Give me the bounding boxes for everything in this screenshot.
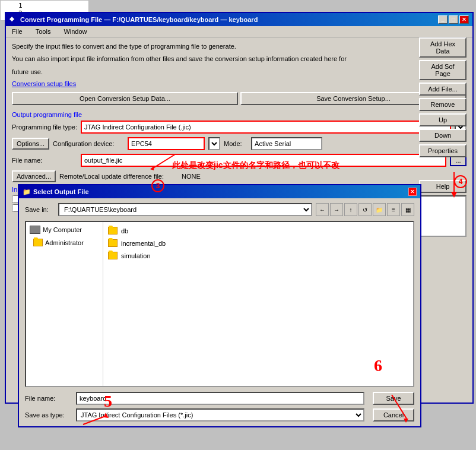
dialog-title: Select Output File: [33, 188, 89, 195]
description-line2: You can also import input file informati…: [12, 55, 467, 64]
add-file-button[interactable]: Add File...: [419, 83, 467, 96]
title-bar-left: ◆ Convert Programming File — F:/QUARTUES…: [9, 15, 258, 24]
dialog-content: Save in: F:\QUARTUES\keyboard ← → ↑ ↺ 📁 …: [19, 198, 420, 426]
file-db-label: db: [121, 227, 128, 234]
help-button[interactable]: Help: [419, 180, 467, 193]
close-button[interactable]: ✕: [459, 15, 469, 24]
new-folder-button[interactable]: 📁: [373, 203, 386, 216]
config-mode-row: Options... Configuration device: Mode:: [12, 137, 467, 150]
dialog-filename-label: File name:: [25, 395, 72, 402]
add-sof-page-button[interactable]: Add Sof Page: [419, 60, 467, 80]
up-dir-button[interactable]: ↑: [344, 203, 357, 216]
open-conversion-button[interactable]: Open Conversion Setup Data...: [12, 92, 238, 105]
refresh-button[interactable]: ↺: [358, 203, 372, 216]
dialog-action-buttons: Save: [373, 392, 414, 405]
my-computer-item[interactable]: My Computer: [28, 224, 100, 235]
administrator-item[interactable]: Administrator: [28, 237, 100, 248]
advanced-remote-row: Advanced... Remote/Local update differen…: [12, 170, 467, 182]
mode-label: Mode:: [224, 140, 247, 147]
save-in-select[interactable]: F:\QUARTUES\keyboard: [58, 203, 312, 216]
dialog-save-button[interactable]: Save: [373, 392, 414, 405]
file-item-db[interactable]: db: [107, 226, 410, 236]
dialog-filename-input[interactable]: [76, 392, 364, 405]
properties-button[interactable]: Properties: [419, 144, 467, 157]
dialog-saveastype-label: Save as type:: [25, 411, 72, 419]
forward-button[interactable]: →: [330, 203, 343, 216]
dialog-toolbar: ← → ↑ ↺ 📁 ≡ ▦: [316, 203, 414, 216]
detail-view-button[interactable]: ▦: [401, 203, 414, 216]
file-incremental-label: incremental_db: [121, 240, 166, 247]
menu-tools[interactable]: Tools: [32, 27, 55, 36]
top-button-row: Open Conversion Setup Data... Save Conve…: [12, 92, 467, 105]
config-input[interactable]: [128, 137, 205, 150]
menu-file[interactable]: File: [8, 27, 26, 36]
file-item-incremental[interactable]: incremental_db: [107, 238, 410, 248]
config-label: Configuration device:: [53, 140, 124, 147]
add-hex-data-button[interactable]: Add Hex Data: [419, 37, 467, 58]
file-browser: My Computer Administrator db incremental…: [25, 221, 414, 387]
title-controls: _ □ ✕: [438, 15, 469, 24]
save-in-label: Save in:: [25, 206, 55, 213]
dialog-title-left: 📁 Select Output File: [23, 188, 89, 196]
dialog-saveastype-row: Save as type: JTAG Indirect Configuratio…: [25, 408, 414, 422]
back-button[interactable]: ←: [316, 203, 329, 216]
output-section-label: Output programming file: [12, 111, 467, 118]
my-computer-label: My Computer: [43, 226, 82, 233]
file-name-row: File name: ...: [12, 154, 467, 167]
file-simulation-label: simulation: [121, 252, 151, 259]
programming-type-input[interactable]: [81, 121, 451, 134]
folder-icon-admin: [33, 239, 43, 246]
options-button[interactable]: Options...: [12, 138, 49, 150]
folder-icon-simulation: [108, 252, 118, 259]
list-view-button[interactable]: ≡: [387, 203, 400, 216]
app-icon: ◆: [9, 15, 18, 24]
select-output-dialog: 📁 Select Output File ✕ Save in: F:\QUART…: [18, 184, 421, 427]
right-panel: Add Hex Data Add Sof Page Add File... Re…: [419, 37, 472, 193]
dialog-filename-row: File name: Save: [25, 392, 414, 405]
folder-icon-db: [108, 227, 118, 234]
menu-window[interactable]: Window: [60, 27, 90, 36]
dialog-cancel-buttons: Cancel: [373, 408, 414, 422]
description-line3: future use.: [12, 68, 467, 77]
line-number-1: 1: [18, 2, 71, 9]
remote-value: NONE: [182, 173, 201, 180]
window-title: Convert Programming File — F:/QUARTUES/k…: [20, 16, 258, 23]
dialog-icon: 📁: [23, 188, 31, 196]
remove-button[interactable]: Remove: [419, 98, 467, 111]
computer-icon: [30, 226, 40, 234]
dialog-saveastype-select[interactable]: JTAG Indirect Configuration Files (*.jic…: [76, 408, 364, 422]
file-name-label: File name:: [12, 157, 77, 164]
file-name-input[interactable]: [81, 154, 446, 167]
remote-label: Remote/Local update difference file:: [59, 173, 178, 180]
programming-type-row: Programming file type:: [12, 121, 467, 134]
mode-input[interactable]: [251, 137, 322, 150]
dialog-bottom: File name: Save Save as type: JTAG Indir…: [25, 392, 414, 422]
maximize-button[interactable]: □: [449, 15, 458, 24]
save-in-row: Save in: F:\QUARTUES\keyboard ← → ↑ ↺ 📁 …: [25, 203, 414, 216]
dialog-cancel-button[interactable]: Cancel: [373, 408, 414, 422]
down-button[interactable]: Down: [419, 129, 467, 142]
conversion-link[interactable]: Conversion setup files: [12, 80, 467, 87]
title-bar: ◆ Convert Programming File — F:/QUARTUES…: [6, 13, 472, 26]
dialog-close-button[interactable]: ✕: [408, 188, 417, 196]
minimize-button[interactable]: _: [438, 15, 448, 24]
folder-panel: My Computer Administrator: [26, 222, 103, 386]
up-button[interactable]: Up: [419, 113, 467, 126]
dialog-title-bar: 📁 Select Output File ✕: [19, 185, 420, 198]
advanced-button[interactable]: Advanced...: [12, 170, 56, 182]
description-line1: Specify the input files to convert and t…: [12, 42, 467, 51]
folder-icon-incremental: [108, 239, 118, 247]
file-item-simulation[interactable]: simulation: [107, 251, 410, 261]
files-panel: db incremental_db simulation: [103, 222, 413, 386]
config-select[interactable]: [208, 137, 220, 150]
administrator-label: Administrator: [45, 239, 84, 246]
menu-bar: File Tools Window: [6, 26, 472, 37]
programming-type-label: Programming file type:: [12, 123, 77, 131]
